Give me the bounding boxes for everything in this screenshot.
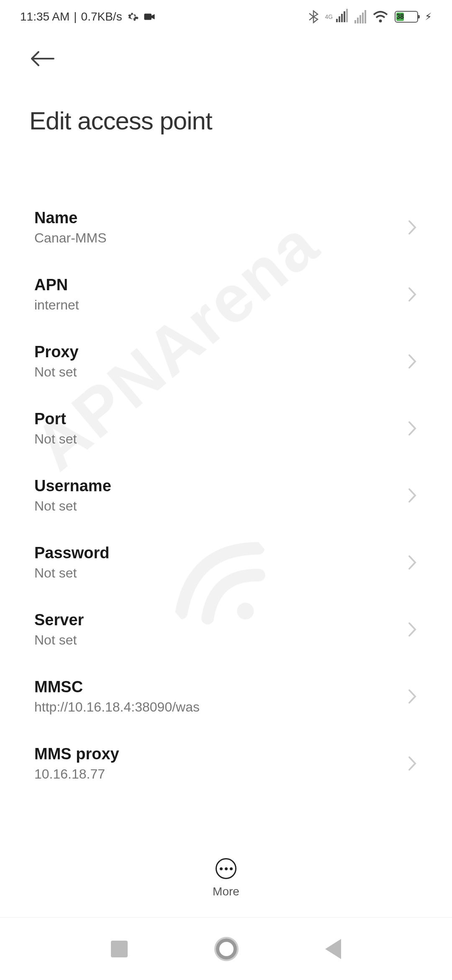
bottom-action-bar: More — [0, 858, 452, 898]
setting-item-mmsc[interactable]: MMSC http://10.16.18.4:38090/was — [34, 663, 418, 730]
status-bar: 11:35 AM | 0.7KB/s 4G — [0, 0, 452, 34]
chevron-right-icon — [408, 554, 418, 570]
setting-label: Username — [34, 477, 111, 495]
chevron-right-icon — [408, 487, 418, 503]
setting-value: internet — [34, 297, 79, 313]
setting-label: MMSC — [34, 678, 200, 696]
setting-item-username[interactable]: Username Not set — [34, 462, 418, 529]
setting-item-apn[interactable]: APN internet — [34, 261, 418, 328]
setting-value: Not set — [34, 565, 110, 581]
setting-value: Canar-MMS — [34, 230, 106, 246]
back-button[interactable] — [29, 50, 55, 69]
setting-value: Not set — [34, 364, 79, 380]
chevron-right-icon — [408, 353, 418, 369]
nav-home-button[interactable] — [216, 939, 237, 959]
page-title: Edit access point — [29, 106, 423, 135]
svg-rect-1 — [144, 14, 152, 20]
setting-value: Not set — [34, 632, 84, 648]
chevron-right-icon — [408, 689, 418, 704]
more-label: More — [213, 885, 239, 898]
charging-icon: ⚡︎ — [425, 11, 432, 23]
battery-icon: 38 — [395, 11, 418, 23]
status-data-speed: 0.7KB/s — [81, 10, 122, 23]
nav-recent-button[interactable] — [111, 941, 128, 957]
setting-value: 10.16.18.77 — [34, 766, 119, 782]
setting-label: Server — [34, 611, 84, 629]
status-time: 11:35 AM — [20, 10, 69, 23]
chevron-right-icon — [408, 286, 418, 302]
chevron-right-icon — [408, 420, 418, 436]
signal-icon-1 — [336, 9, 348, 22]
network-4g-badge: 4G — [325, 13, 333, 20]
setting-item-server[interactable]: Server Not set — [34, 596, 418, 663]
setting-label: Name — [34, 209, 106, 227]
setting-label: Password — [34, 544, 110, 562]
more-button[interactable] — [216, 858, 236, 879]
setting-label: Proxy — [34, 343, 79, 361]
wifi-icon — [373, 10, 388, 23]
setting-value: http://10.16.18.4:38090/was — [34, 699, 200, 715]
chevron-right-icon — [408, 219, 418, 235]
more-dots-icon — [220, 867, 233, 870]
setting-value: Not set — [34, 431, 77, 447]
setting-label: MMS proxy — [34, 745, 119, 763]
camera-icon — [143, 10, 156, 23]
setting-label: Port — [34, 410, 77, 428]
chevron-right-icon — [408, 756, 418, 771]
setting-item-mms-proxy[interactable]: MMS proxy 10.16.18.77 — [34, 730, 418, 797]
setting-value: Not set — [34, 498, 111, 514]
gear-icon — [126, 10, 139, 23]
chevron-right-icon — [408, 622, 418, 637]
svg-point-2 — [379, 20, 382, 23]
setting-item-port[interactable]: Port Not set — [34, 395, 418, 462]
setting-item-password[interactable]: Password Not set — [34, 529, 418, 596]
signal-icon-2 — [354, 10, 366, 23]
settings-list: Name Canar-MMS APN internet Proxy Not se… — [0, 194, 452, 864]
android-nav-bar — [0, 917, 452, 980]
battery-percent: 38 — [396, 13, 404, 21]
setting-label: APN — [34, 276, 79, 294]
bluetooth-icon — [308, 10, 318, 23]
nav-back-button[interactable] — [325, 939, 341, 959]
setting-item-proxy[interactable]: Proxy Not set — [34, 328, 418, 395]
arrow-left-icon — [29, 50, 55, 67]
setting-item-name[interactable]: Name Canar-MMS — [34, 194, 418, 261]
